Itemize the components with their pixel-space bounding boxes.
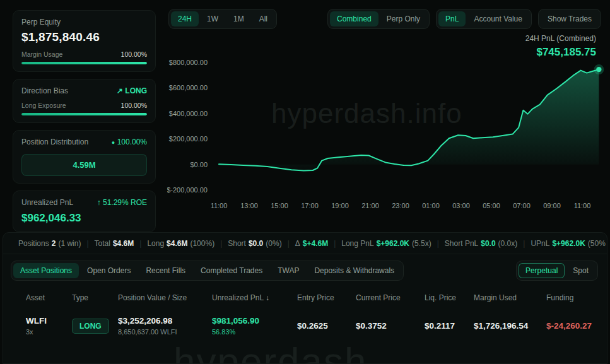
time-range-24h[interactable]: 24H: [171, 11, 199, 26]
tab-twap[interactable]: TWAP: [271, 263, 306, 278]
liq-price: $0.2117: [425, 321, 474, 331]
margin-usage-label: Margin Usage: [21, 50, 62, 58]
stat-long-pnl: Long PnL$+962.0K(5.5x): [341, 239, 431, 248]
column-header-entry-price[interactable]: Entry Price: [297, 293, 356, 302]
stat-short-part: (0%): [266, 239, 281, 248]
unrealized-pnl-card: Unrealized PnL ↑ 51.29% ROE $962,046.33: [13, 191, 156, 232]
table-body: WLFI3xLONG$3,252,206.988,650,637.00 WLFI…: [26, 311, 598, 341]
position-value-cell: $3,252,206.988,650,637.00 WLFI: [118, 316, 212, 336]
position-size: 8,650,637.00 WLFI: [118, 328, 212, 336]
x-axis-tick-label: 19:00: [331, 202, 349, 209]
tab-asset-positions[interactable]: Asset Positions: [13, 263, 79, 278]
x-axis-tick-label: 17:00: [301, 202, 319, 209]
table-row[interactable]: WLFI3xLONG$3,252,206.988,650,637.00 WLFI…: [26, 311, 598, 341]
toolbar-right: CombinedPerp OnlyPnLAccount ValueShow Tr…: [327, 9, 601, 29]
time-range-all[interactable]: All: [252, 11, 274, 26]
stat-positions-part: Positions: [18, 239, 49, 248]
tab-open-orders[interactable]: Open Orders: [80, 263, 138, 278]
watermark-bottom-text: hyperdash: [173, 339, 368, 364]
position-value: $3,252,206.98: [118, 316, 212, 326]
long-exposure-label: Long Exposure: [21, 102, 66, 109]
pnl-summary-value: $745,185.75: [525, 46, 596, 59]
account-value-button[interactable]: Account Value: [467, 11, 529, 26]
combined-button[interactable]: Combined: [330, 11, 378, 26]
tabs: Asset PositionsOpen OrdersRecent FillsCo…: [11, 261, 404, 281]
y-axis-tick-label: $600,000.00: [169, 84, 208, 91]
column-header-margin-used[interactable]: Margin Used: [474, 293, 546, 302]
pnl-area-fill: [219, 69, 599, 170]
x-axis-tick-label: 05:00: [483, 202, 500, 209]
stat-total-part: $4.6M: [113, 239, 134, 248]
tab-completed-trades[interactable]: Completed Trades: [194, 263, 269, 278]
column-header-liq-price[interactable]: Liq. Price: [425, 293, 474, 302]
y-axis-tick-label: $-200,000.00: [167, 186, 208, 194]
stat-short: Short$0.0(0%): [228, 239, 281, 248]
x-axis-tick-label: 11:00: [574, 202, 591, 209]
y-axis-tick-label: $200,000.00: [169, 135, 208, 143]
time-range-group: 24H1W1MAll: [168, 9, 277, 29]
time-range-1m[interactable]: 1M: [226, 11, 251, 26]
chart-toolbar: 24H1W1MAll CombinedPerp OnlyPnLAccount V…: [167, 0, 610, 29]
position-distribution-label: Position Distribution: [21, 138, 88, 146]
margin-usage-value: 100.00%: [121, 50, 147, 58]
stat-upnl-part: $+962.0K: [552, 239, 585, 248]
stat-long-part: Long: [147, 239, 164, 248]
perpetual-toggle[interactable]: Perpetual: [519, 263, 565, 278]
stat-long-pnl-part: (5.5x): [412, 239, 431, 248]
funding-value: $-24,260.27: [546, 321, 598, 331]
tab-deposits-withdrawals[interactable]: Deposits & Withdrawals: [307, 263, 401, 278]
perp-only-button[interactable]: Perp Only: [380, 11, 427, 26]
tab-recent-fills[interactable]: Recent Fills: [139, 263, 192, 278]
column-header-unrealized-pnl[interactable]: Unrealized PnL ↓: [212, 293, 297, 302]
pnl-chart[interactable]: $800,000.00$600,000.00$400,000.00$200,00…: [167, 58, 610, 216]
stat-delta: Δ$+4.6M: [295, 239, 328, 248]
long-exposure-bar-fill: [21, 113, 147, 115]
perp-equity-value: $1,875,840.46: [21, 30, 147, 44]
x-axis-tick-label: 07:00: [513, 202, 531, 209]
toolbar-group-1: PnLAccount Value: [436, 9, 532, 29]
stat-positions-part: (1 win): [58, 239, 81, 248]
asset-leverage: 3x: [26, 328, 72, 336]
column-header-current-price[interactable]: Current Price: [356, 293, 425, 302]
trend-up-icon: ↗: [117, 86, 123, 95]
column-header-asset[interactable]: Asset: [26, 293, 72, 302]
time-range-1w[interactable]: 1W: [200, 11, 225, 26]
stat-upnl-part: (50% win): [588, 239, 607, 248]
stat-total-part: Total: [95, 239, 110, 248]
unrealized-pnl-label: Unrealized PnL: [21, 198, 73, 207]
column-header-type[interactable]: Type: [72, 293, 118, 302]
toolbar-group-0: CombinedPerp Only: [327, 9, 430, 29]
distribution-dot-icon: ●: [112, 139, 115, 146]
stat-short-part: $0.0: [249, 239, 263, 248]
margin-usage-bar-fill: [21, 62, 147, 64]
asset-cell: WLFI3x: [26, 316, 72, 336]
account-summary-sidebar: Perp Equity $1,875,840.46 Margin Usage 1…: [0, 0, 167, 232]
stat-long-pnl-part: $+962.0K: [377, 239, 409, 248]
column-header-position-value-size[interactable]: Position Value / Size: [118, 293, 212, 302]
x-axis-tick-label: 01:00: [422, 202, 440, 209]
long-exposure-bar: [21, 113, 147, 115]
pnl-button[interactable]: PnL: [438, 11, 466, 26]
position-distribution-value: 100.00%: [117, 138, 147, 146]
pnl-summary: 24H PnL (Combined) $745,185.75: [525, 34, 596, 59]
stat-separator: |: [437, 239, 439, 248]
unrealized-pnl-value: $962,046.33: [21, 212, 147, 225]
stat-positions: Positions2(1 win): [18, 239, 81, 248]
position-distribution-amount[interactable]: 4.59M: [21, 154, 147, 176]
stat-short-pnl-part: Short PnL: [445, 239, 478, 248]
stat-upnl: UPnL$+962.0K(50% win): [531, 239, 607, 248]
spot-toggle[interactable]: Spot: [566, 263, 595, 278]
column-header-funding[interactable]: Funding: [546, 293, 598, 302]
stat-long: Long$4.6M(100%): [147, 239, 214, 248]
toolbar-group-2: Show Trades: [538, 9, 601, 29]
x-axis-tick-label: 23:00: [392, 202, 409, 209]
y-axis-tick-label: $800,000.00: [169, 59, 208, 66]
show-trades-button[interactable]: Show Trades: [541, 11, 599, 26]
unrealized-pnl-cell: $981,056.9056.83%: [212, 316, 297, 336]
stat-total: Total$4.6M: [95, 239, 134, 248]
direction-bias-label: Direction Bias: [21, 86, 68, 95]
stats-bar: Positions2(1 win)|Total$4.6M|Long$4.6M(1…: [3, 233, 607, 254]
y-axis-tick-label: $0.00: [190, 161, 208, 168]
long-exposure-value: 100.00%: [121, 102, 147, 109]
upnl-percent: 56.83%: [212, 328, 297, 336]
